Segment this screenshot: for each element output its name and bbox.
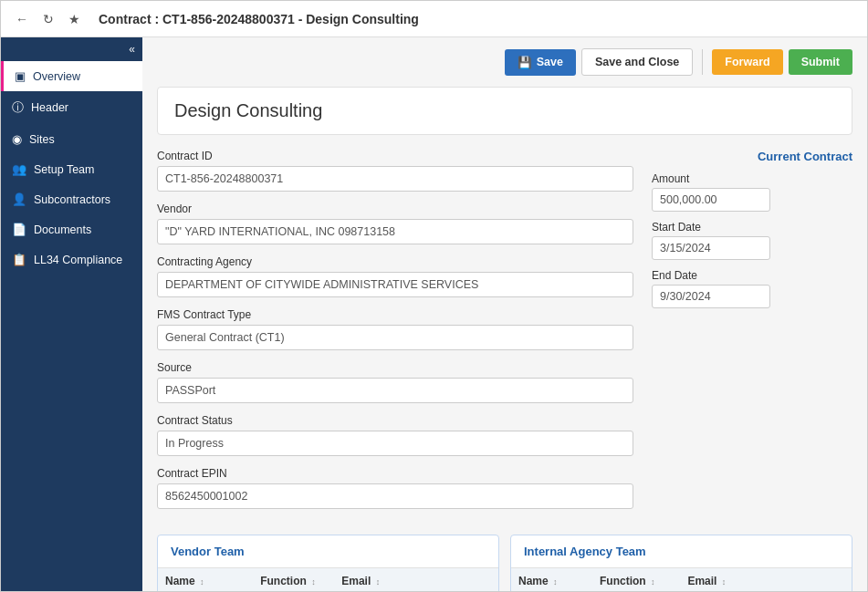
- end-date-input[interactable]: [652, 285, 770, 308]
- tables-row: Vendor Team Name ↕ Function ↕ Email ↕ aa…: [157, 535, 852, 591]
- sidebar-item-sites-label: Sites: [29, 133, 55, 146]
- sidebar-item-overview-label: Overview: [33, 70, 80, 83]
- save-close-button[interactable]: Save and Close: [581, 48, 693, 76]
- header-icon: ⓘ: [12, 99, 24, 116]
- end-date-field: End Date: [652, 269, 852, 308]
- history-button[interactable]: ↻: [39, 8, 58, 30]
- ll34-icon: 📋: [12, 253, 26, 266]
- sidebar-item-documents-label: Documents: [34, 223, 91, 236]
- start-date-label: Start Date: [652, 221, 852, 234]
- contract-status-field: Contract Status: [157, 414, 633, 456]
- end-date-label: End Date: [652, 269, 852, 282]
- amount-input[interactable]: [652, 188, 770, 212]
- internal-agency-team-panel: Internal Agency Team Name ↕ Function ↕ E…: [510, 535, 852, 591]
- vendor-team-table: Name ↕ Function ↕ Email ↕ aaae Lename Aa…: [158, 568, 498, 591]
- overview-icon: ▣: [15, 69, 26, 83]
- page-title: Contract : CT1-856-20248800371 - Design …: [99, 12, 419, 26]
- sidebar-item-header[interactable]: ⓘ Header: [1, 91, 142, 124]
- setup-team-icon: 👥: [12, 162, 26, 176]
- form-area: Contract ID Vendor Contracting Agency FM…: [157, 150, 852, 520]
- collapse-button[interactable]: «: [129, 43, 135, 56]
- vendor-team-panel: Vendor Team Name ↕ Function ↕ Email ↕ aa…: [157, 535, 499, 591]
- favorite-button[interactable]: ★: [65, 8, 84, 30]
- internal-email-col-header[interactable]: Email ↕: [680, 568, 852, 591]
- submit-button[interactable]: Submit: [789, 49, 852, 75]
- sidebar-item-sites[interactable]: ◉ Sites: [1, 124, 142, 154]
- name-sort-icon: ↕: [200, 577, 204, 587]
- top-bar: ← ↻ ★ Contract : CT1-856-20248800371 - D…: [1, 1, 867, 37]
- contracting-agency-input[interactable]: [157, 272, 633, 297]
- internal-agency-team-table: Name ↕ Function ↕ Email ↕ Ava DCAS19 Age…: [511, 568, 852, 591]
- start-date-field: Start Date: [652, 221, 852, 260]
- sidebar: « ▣ Overview ⓘ Header ◉ Sites 👥 Setup Te…: [1, 37, 142, 591]
- contract-id-field: Contract ID: [157, 150, 633, 192]
- source-input[interactable]: [157, 378, 633, 403]
- contract-epin-label: Contract EPIN: [157, 467, 633, 480]
- form-right-column: Current Contract Amount Start Date End D…: [652, 150, 852, 520]
- vendor-field: Vendor: [157, 203, 633, 244]
- sidebar-collapse-area: «: [1, 37, 142, 61]
- contracting-agency-label: Contracting Agency: [157, 255, 633, 268]
- sidebar-item-ll34-label: LL34 Compliance: [34, 254, 122, 266]
- source-field: Source: [157, 361, 633, 403]
- fms-contract-type-field: FMS Contract Type: [157, 308, 633, 350]
- vendor-team-header-row: Name ↕ Function ↕ Email ↕: [158, 568, 498, 591]
- save-icon: 💾: [518, 56, 532, 69]
- main-layout: « ▣ Overview ⓘ Header ◉ Sites 👥 Setup Te…: [1, 37, 867, 591]
- current-contract-title: Current Contract: [652, 150, 852, 163]
- function-sort-icon: ↕: [311, 577, 316, 587]
- sidebar-item-overview[interactable]: ▣ Overview: [1, 61, 142, 91]
- vendor-email-col-header[interactable]: Email ↕: [334, 568, 498, 591]
- contract-id-input[interactable]: [157, 166, 633, 192]
- fms-contract-type-label: FMS Contract Type: [157, 308, 633, 321]
- int-name-sort-icon: ↕: [553, 577, 558, 587]
- documents-icon: 📄: [12, 223, 26, 236]
- vendor-input[interactable]: [157, 219, 633, 244]
- internal-name-col-header[interactable]: Name ↕: [511, 568, 592, 591]
- current-contract-panel: Current Contract Amount Start Date End D…: [652, 150, 852, 308]
- amount-label: Amount: [652, 172, 852, 185]
- sidebar-item-setup-team[interactable]: 👥 Setup Team: [1, 154, 142, 184]
- sidebar-item-header-label: Header: [31, 101, 68, 114]
- amount-field: Amount: [652, 172, 852, 212]
- contracting-agency-field: Contracting Agency: [157, 255, 633, 297]
- sidebar-item-setup-team-label: Setup Team: [34, 163, 94, 176]
- form-left-column: Contract ID Vendor Contracting Agency FM…: [157, 150, 633, 520]
- int-function-sort-icon: ↕: [651, 577, 655, 587]
- int-email-sort-icon: ↕: [722, 577, 727, 587]
- internal-agency-team-title: Internal Agency Team: [511, 535, 852, 568]
- contract-epin-input[interactable]: [157, 483, 633, 509]
- section-title-box: Design Consulting: [157, 87, 852, 135]
- contract-status-label: Contract Status: [157, 414, 633, 427]
- toolbar-divider: [702, 49, 703, 75]
- sidebar-item-documents[interactable]: 📄 Documents: [1, 214, 142, 244]
- vendor-team-title: Vendor Team: [158, 535, 498, 568]
- sidebar-item-ll34[interactable]: 📋 LL34 Compliance: [1, 244, 142, 275]
- fms-contract-type-input[interactable]: [157, 325, 633, 350]
- vendor-label: Vendor: [157, 203, 633, 215]
- section-heading: Design Consulting: [174, 100, 322, 120]
- email-sort-icon: ↕: [376, 577, 381, 587]
- vendor-name-col-header[interactable]: Name ↕: [158, 568, 253, 591]
- internal-header-row: Name ↕ Function ↕ Email ↕: [511, 568, 852, 591]
- sites-icon: ◉: [12, 132, 22, 146]
- contract-epin-field: Contract EPIN: [157, 467, 633, 509]
- sidebar-item-subcontractors-label: Subcontractors: [34, 193, 110, 206]
- source-label: Source: [157, 361, 633, 374]
- forward-button[interactable]: Forward: [712, 49, 782, 75]
- contract-status-input[interactable]: [157, 431, 633, 456]
- subcontractors-icon: 👤: [12, 192, 26, 206]
- internal-function-col-header[interactable]: Function ↕: [592, 568, 680, 591]
- back-button[interactable]: ←: [12, 8, 32, 30]
- toolbar: 💾 Save Save and Close Forward Submit: [157, 48, 852, 76]
- vendor-function-col-header[interactable]: Function ↕: [253, 568, 334, 591]
- save-button[interactable]: 💾 Save: [505, 49, 576, 76]
- contract-id-label: Contract ID: [157, 150, 633, 162]
- sidebar-item-subcontractors[interactable]: 👤 Subcontractors: [1, 184, 142, 214]
- start-date-input[interactable]: [652, 236, 770, 260]
- content-area: 💾 Save Save and Close Forward Submit Des…: [142, 37, 867, 591]
